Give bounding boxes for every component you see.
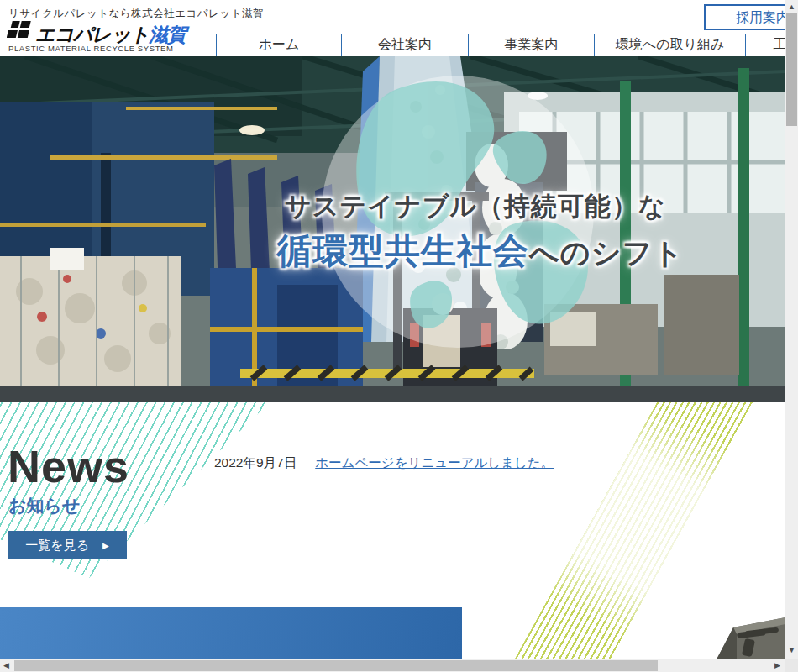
scroll-right-icon[interactable]: ▶ [774, 662, 780, 669]
scroll-up-icon[interactable]: ▲ [788, 3, 795, 11]
hero-headline-rest: へのシフト [529, 234, 684, 273]
logo-tagline: PLASTIC MATERIAL RECYCLE SYSTEM [8, 44, 174, 53]
scroll-down-icon[interactable]: ▼ [788, 647, 795, 654]
horizontal-scrollbar-thumb[interactable] [14, 660, 658, 671]
nav-item-environment[interactable]: 環境への取り組み [594, 34, 745, 56]
main-nav: ホーム 会社案内 事業案内 環境への取り組み 工場案内 [216, 34, 785, 56]
news-list-item: 2022年9月7日 ホームページをリニューアルしました。 [214, 454, 554, 472]
next-section-sky-image [0, 607, 462, 659]
news-section [0, 402, 785, 607]
hero-headline-emphasis: 循環型共生社会 [276, 228, 529, 275]
scrollbar-corner [785, 659, 798, 672]
recruit-button[interactable]: 採用案内 [704, 4, 785, 30]
news-subtitle: お知らせ [8, 494, 80, 517]
hero-headline-line2: 循環型共生社会へのシフト [276, 228, 684, 275]
news-more-button[interactable]: 一覧を見る ▶ [8, 531, 127, 559]
pallet-blocks-icon [7, 20, 32, 43]
logo[interactable]: エコパレット 滋賀 [7, 23, 186, 45]
site-header: リサイクルパレットなら株式会社エコパレット滋賀 エコパレット 滋賀 PLASTI… [0, 0, 785, 56]
page-viewport: リサイクルパレットなら株式会社エコパレット滋賀 エコパレット 滋賀 PLASTI… [0, 0, 785, 659]
site-description: リサイクルパレットなら株式会社エコパレット滋賀 [8, 7, 264, 21]
vertical-scrollbar[interactable]: ▲ ▼ [785, 0, 798, 659]
horizontal-scrollbar[interactable]: ◀ ▶ [0, 659, 785, 672]
plastic-pallet-image [708, 617, 785, 659]
logo-text-region: 滋賀 [149, 25, 186, 45]
hero-section: サステイナブル（持続可能）な 循環型共生社会へのシフト [0, 56, 785, 402]
hero-headline-line1: サステイナブル（持続可能）な [285, 189, 666, 224]
arrow-right-icon: ▶ [102, 541, 109, 550]
vertical-scrollbar-thumb[interactable] [786, 13, 797, 126]
news-item-date: 2022年9月7日 [214, 454, 297, 472]
logo-text-main: エコパレット [35, 25, 149, 45]
news-more-label: 一覧を見る [25, 538, 89, 554]
nav-item-business[interactable]: 事業案内 [468, 34, 594, 56]
news-title: News [8, 440, 129, 492]
news-item-link[interactable]: ホームページをリニューアルしました。 [315, 454, 554, 472]
scroll-left-icon[interactable]: ◀ [3, 662, 9, 669]
nav-item-home[interactable]: ホーム [216, 34, 341, 56]
nav-item-factory[interactable]: 工場案内 [745, 34, 785, 56]
nav-item-company[interactable]: 会社案内 [341, 34, 468, 56]
